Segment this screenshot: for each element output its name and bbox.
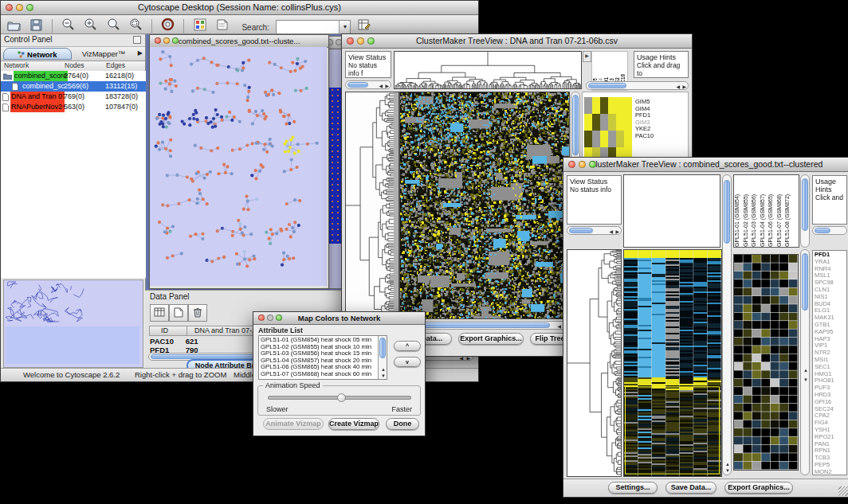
export-graphics-button[interactable]: Export Graphics... (458, 333, 524, 345)
network-list-row[interactable]: DNA and Tran 07769(0)183728(0) (1, 92, 146, 102)
close-button[interactable] (568, 161, 575, 168)
new-attribute-icon[interactable] (169, 304, 188, 322)
zoom-selected-icon[interactable] (127, 15, 146, 33)
gene-list-vscrollbar[interactable]: ▲ ▼ (800, 249, 810, 475)
network-list-row[interactable]: combined_scores2764(0)16218(0) (1, 71, 146, 81)
column-header-network[interactable]: Network (4, 61, 29, 69)
save-data-button[interactable]: Save Data... (665, 482, 716, 494)
scroll-up-icon[interactable]: ▲ (725, 462, 730, 467)
row-dendrogram-canvas[interactable] (567, 249, 622, 477)
delete-attribute-trash-icon[interactable] (188, 304, 207, 322)
view-status-scrollbar[interactable]: ◀ ▶ (345, 80, 391, 89)
scroll-left-icon[interactable]: ◀ (676, 84, 680, 89)
scroll-left-icon[interactable]: ◀ (609, 229, 613, 234)
frame1-titlebar[interactable]: combined_scores_good.txt--cluste... (150, 35, 328, 48)
vizmapper-palette-icon[interactable] (190, 16, 210, 33)
column-header-edges[interactable]: Edges (106, 61, 125, 69)
usage-hints-scrollbar[interactable] (812, 226, 847, 235)
search-combobox[interactable]: ▼ (276, 20, 351, 34)
column-label: GPL51-04 (GSM857) (760, 175, 768, 247)
column-tree-area[interactable] (623, 174, 720, 248)
zoom-button[interactable] (589, 161, 596, 168)
network-overview-canvas[interactable] (3, 279, 143, 368)
network-list-row[interactable]: combined_sco2569(6)13112(15) (1, 81, 146, 92)
slider-thumb[interactable] (337, 393, 346, 402)
annotation-icon[interactable] (213, 16, 232, 33)
heatmap-canvas[interactable] (623, 249, 722, 477)
network-frame-1[interactable]: combined_scores_good.txt--cluste... (149, 34, 329, 289)
settings-button[interactable]: Settings... (608, 482, 658, 494)
close-button[interactable] (6, 4, 13, 11)
main-vscrollbar[interactable]: ▲ ▼ (722, 174, 732, 475)
dialog-titlebar[interactable]: Map Colors to Network (253, 312, 425, 325)
zoom-button[interactable] (276, 315, 282, 321)
help-lifering-icon[interactable] (159, 15, 178, 33)
close-button[interactable] (347, 37, 354, 45)
animate-vizmap-button[interactable]: Animate Vizmap (263, 418, 324, 430)
scroll-up-icon[interactable]: ▲ (803, 368, 808, 373)
close-button[interactable] (155, 37, 161, 44)
scroll-down-icon[interactable]: ▼ (381, 373, 386, 378)
move-down-button[interactable]: v (394, 357, 421, 367)
network-name: combined_sco (22, 81, 65, 92)
zoom-fit-icon[interactable] (104, 15, 123, 33)
cluster-heatmap-canvas[interactable] (733, 254, 799, 471)
column-header-nodes[interactable]: Nodes (65, 61, 84, 69)
resize-grip[interactable] (838, 486, 848, 496)
treeview1-titlebar[interactable]: ClusterMaker TreeView : DNA and Tran 07-… (342, 34, 692, 49)
scroll-right-icon[interactable]: ▶ (385, 83, 389, 88)
column-divider[interactable] (186, 326, 187, 335)
search-input[interactable] (277, 21, 339, 33)
zoom-button[interactable] (26, 4, 33, 11)
open-file-icon[interactable] (4, 16, 23, 33)
table-view-icon[interactable] (150, 304, 169, 322)
treeview2-titlebar[interactable]: ClusterMaker TreeView : combined_scores_… (563, 158, 848, 172)
scroll-right-icon[interactable]: ▶ (682, 84, 686, 89)
zoom-out-icon[interactable] (58, 15, 77, 33)
scroll-down-icon[interactable]: ▼ (725, 468, 730, 473)
splitter-arrow-icon[interactable]: ▶ (583, 51, 591, 62)
scroll-left-icon[interactable]: ◀ (379, 83, 383, 88)
attribute-list-vscrollbar[interactable]: ▲ ▼ (378, 336, 387, 379)
tabs-overflow-icon[interactable]: ▶ (138, 49, 143, 57)
network-list-row[interactable]: RNAPuberNov2+563(0)107847(0) (1, 102, 146, 112)
labels-vscrollbar[interactable] (800, 174, 810, 248)
heatmap-canvas[interactable] (399, 92, 570, 319)
float-panel-icon[interactable] (133, 36, 141, 44)
minimize-button[interactable] (579, 161, 586, 168)
scroll-down-icon[interactable]: ▼ (803, 377, 808, 382)
search-dropdown-icon[interactable]: ▼ (339, 21, 350, 33)
right-panel-scrollbar[interactable]: ◀ ▶ (586, 81, 689, 90)
done-button[interactable]: Done (386, 418, 419, 430)
scroll-left-icon[interactable]: ◀ (557, 323, 561, 329)
minimize-button[interactable] (163, 37, 170, 44)
attribute-table-icon[interactable] (355, 16, 374, 33)
zoom-in-icon[interactable] (81, 15, 100, 33)
move-up-button[interactable]: ^ (394, 341, 421, 351)
row-dendrogram-canvas[interactable] (345, 92, 399, 319)
attribute-list[interactable]: GPL51-01 (GSM854) heat shock 05 minGPL51… (258, 335, 387, 380)
id-column-header[interactable]: ID (161, 326, 168, 334)
minimize-button[interactable] (267, 315, 273, 321)
network-view-canvas[interactable] (150, 47, 327, 286)
gene-list[interactable]: PFD1YRA1RNR4MSL1SPC98CLN1NIS1BUD4ELG1MAK… (812, 250, 847, 475)
animation-speed-slider[interactable] (268, 396, 411, 400)
save-icon[interactable] (26, 16, 45, 33)
attribute-list-item[interactable]: GPL51-07 (GSM868) heat shock 60 min (261, 371, 376, 378)
create-vizmap-button[interactable]: Create Vizmap (328, 418, 379, 430)
export-graphics-button[interactable]: Export Graphics... (724, 482, 793, 494)
zoom-button[interactable] (367, 37, 375, 45)
tab-vizmapper[interactable]: VizMapper™ (74, 48, 133, 60)
zoom-button[interactable] (172, 37, 179, 44)
scroll-up-icon[interactable]: ▲ (381, 367, 386, 372)
minimize-button[interactable] (16, 4, 23, 11)
view-status-scrollbar[interactable]: ◀ ▶ (567, 226, 622, 235)
window-controls[interactable] (6, 4, 33, 11)
table-row[interactable]: PAC10 621 (150, 337, 198, 346)
minimize-button[interactable] (357, 37, 364, 45)
scroll-right-icon[interactable]: ▶ (615, 229, 619, 234)
tab-network[interactable]: Network (3, 48, 72, 60)
close-button[interactable] (258, 315, 265, 321)
main-titlebar[interactable]: Cytoscape Desktop (Session Name: collins… (1, 1, 478, 15)
column-dendrogram-canvas[interactable] (394, 51, 582, 89)
